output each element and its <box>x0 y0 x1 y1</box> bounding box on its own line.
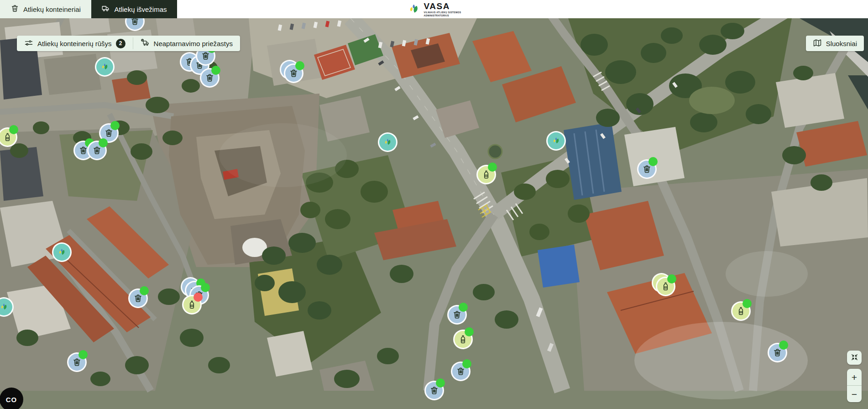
filter-label: Neaptarnavimo priežastys <box>154 40 233 47</box>
tab-label: Atliekų konteineriai <box>23 5 81 13</box>
marker-status-dot-green <box>140 286 149 295</box>
marker-status-dot-green <box>99 138 108 147</box>
marker-status-dot-green <box>465 327 474 336</box>
logo-subtitle-1: VILNIAUS ATLIEKŲ SISTEMOS <box>424 11 461 14</box>
truck-icon <box>101 4 110 14</box>
marker-status-dot-green <box>295 61 304 70</box>
marker-status-dot-green <box>201 283 210 292</box>
layers-label: Sluoksniai <box>826 40 857 47</box>
marker-status-dot-green <box>459 303 468 312</box>
map-marker-mixed[interactable] <box>125 18 145 31</box>
tab-waste-containers[interactable]: Atliekų konteineriai <box>0 0 91 18</box>
map-filter-toolbar: Atliekų konteinerių rūšys 2 Neaptarnavim… <box>17 36 240 51</box>
map-marker-glass[interactable] <box>0 127 17 147</box>
marker-status-dot-green <box>9 125 18 134</box>
user-avatar-badge[interactable]: CO <box>0 388 23 409</box>
map-marker-vasa[interactable] <box>52 242 72 262</box>
map-marker-vasa[interactable] <box>0 297 14 317</box>
truck-off-icon <box>141 38 150 49</box>
map-marker-vasa[interactable] <box>546 131 566 151</box>
map-marker-mixed[interactable] <box>200 68 220 88</box>
marker-status-dot-green <box>743 299 752 308</box>
map-layers-icon <box>813 38 822 49</box>
marker-status-dot-green <box>779 341 788 350</box>
layers-button[interactable]: Sluoksniai <box>806 36 864 51</box>
filter-label: Atliekų konteinerių rūšys <box>37 40 112 47</box>
container-types-filter-button[interactable]: Atliekų konteinerių rūšys 2 <box>17 36 133 51</box>
filter-count-badge: 2 <box>116 39 125 48</box>
marker-status-dot-green <box>110 121 120 130</box>
map-canvas[interactable]: Atliekų konteinerių rūšys 2 Neaptarnavim… <box>0 18 868 409</box>
map-marker-mixed[interactable] <box>637 159 657 179</box>
map-marker-mixed[interactable] <box>284 63 303 83</box>
map-marker-glass[interactable] <box>476 165 496 184</box>
collapse-arrows-icon <box>851 353 858 362</box>
map-marker-mixed[interactable] <box>424 381 444 400</box>
marker-status-dot-green <box>462 359 471 368</box>
trash-bin-icon <box>10 4 19 14</box>
map-marker-mixed[interactable] <box>451 362 471 381</box>
marker-status-dot-green <box>211 66 220 75</box>
map-marker-mixed[interactable] <box>128 288 148 308</box>
logo-title: VASA <box>424 2 461 10</box>
marker-status-dot-green <box>436 378 445 388</box>
map-marker-glass[interactable] <box>731 301 751 321</box>
tab-waste-removal[interactable]: Atliekų išvežimas <box>91 0 177 18</box>
fit-extent-button[interactable] <box>847 351 862 365</box>
zoom-out-button[interactable]: − <box>847 386 862 402</box>
map-marker-glass[interactable] <box>182 295 202 315</box>
tab-label: Atliekų išvežimas <box>114 5 167 13</box>
marker-status-dot-green <box>78 350 88 359</box>
app-header: Atliekų konteineriai Atliekų išvežimas V… <box>0 0 868 18</box>
marker-status-dot-green <box>648 157 658 166</box>
map-marker-glass[interactable] <box>453 330 473 349</box>
marker-status-dot-red <box>193 293 203 302</box>
zoom-in-button[interactable]: + <box>847 369 862 385</box>
main-tabs: Atliekų konteineriai Atliekų išvežimas <box>0 0 177 18</box>
map-marker-glass[interactable] <box>656 277 675 296</box>
zoom-controls: + − <box>847 369 862 402</box>
logo-subtitle-2: ADMINISTRATORIUS <box>424 15 461 17</box>
vasa-logo: VASA VILNIAUS ATLIEKŲ SISTEMOS ADMINISTR… <box>407 0 461 18</box>
marker-status-dot-green <box>667 274 676 283</box>
map-marker-mixed[interactable] <box>87 141 107 160</box>
map-marker-vasa[interactable] <box>95 57 115 77</box>
vasa-tulip-icon <box>407 2 421 16</box>
marker-status-dot-green <box>488 163 497 172</box>
sliders-icon <box>24 38 33 49</box>
map-marker-mixed[interactable] <box>447 305 467 325</box>
no-service-reasons-filter-button[interactable]: Neaptarnavimo priežastys <box>133 36 240 51</box>
map-marker-vasa[interactable] <box>378 132 397 152</box>
markers-layer <box>0 18 868 409</box>
map-marker-mixed[interactable] <box>67 352 87 372</box>
map-marker-mixed[interactable] <box>768 343 787 362</box>
